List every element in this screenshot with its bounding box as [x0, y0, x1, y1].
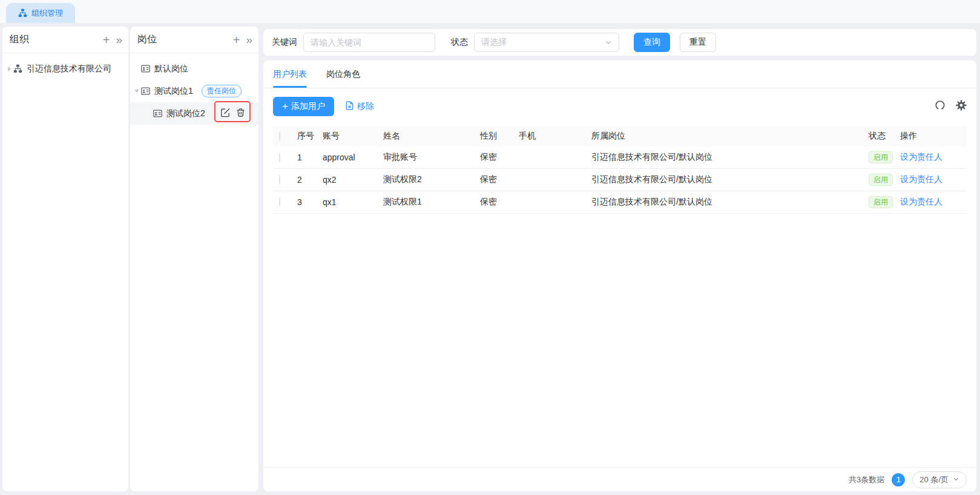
position-tree-item-test1[interactable]: 测试岗位1 责任岗位 — [130, 80, 258, 102]
cell-index: 2 — [297, 175, 323, 185]
set-responsible-link[interactable]: 设为责任人 — [900, 174, 942, 184]
page-tab-label: 组织管理 — [31, 8, 63, 19]
organization-panel: 组织 + » 引迈信息技术有限公司 — [2, 27, 128, 491]
pagination-bar: 共3条数据 1 20 条/页 — [263, 467, 976, 491]
page-size-select[interactable]: 20 条/页 — [912, 471, 967, 488]
organization-management-screen: 组织管理 组织 + » 引迈信息技术 — [0, 0, 980, 495]
column-header: 性别 — [480, 131, 519, 142]
page-number-button[interactable]: 1 — [892, 473, 905, 487]
cell-gender: 保密 — [480, 174, 519, 185]
document-remove-icon — [345, 101, 354, 112]
status-select-placeholder: 请选择 — [481, 37, 605, 48]
keyword-label: 关键词 — [272, 37, 297, 48]
chevron-down-icon — [605, 39, 612, 46]
position-label: 测试岗位2 — [166, 108, 205, 119]
add-organization-icon[interactable]: + — [103, 34, 110, 46]
row-checkbox[interactable] — [279, 197, 280, 207]
chevron-down-icon — [953, 475, 959, 484]
column-header: 姓名 — [383, 131, 480, 142]
position-tree: 默认岗位 测试岗位1 责任岗位 — [130, 53, 258, 125]
caret-right-icon[interactable] — [5, 67, 13, 71]
org-chart-icon — [18, 8, 27, 18]
query-button[interactable]: 查询 — [634, 33, 670, 52]
position-panel: 岗位 + » 默认岗位 — [130, 27, 258, 491]
cell-index: 1 — [297, 152, 323, 162]
cell-index: 3 — [297, 197, 323, 207]
set-responsible-link[interactable]: 设为责任人 — [900, 197, 942, 206]
collapse-panel-icon[interactable]: » — [246, 34, 251, 45]
column-header: 序号 — [297, 131, 323, 142]
main-content-card: 用户列表 岗位角色 + 添加用户 移除 — [263, 61, 976, 491]
collapse-panel-icon[interactable]: » — [116, 34, 121, 45]
column-header: 手机 — [519, 131, 591, 142]
organization-tree: 引迈信息技术有限公司 — [2, 53, 128, 80]
row-checkbox[interactable] — [279, 175, 280, 185]
status-label: 状态 — [451, 37, 468, 48]
id-card-icon — [141, 87, 150, 96]
status-badge: 启用 — [869, 174, 893, 186]
position-panel-title: 岗位 — [137, 33, 233, 46]
plus-icon: + — [282, 100, 288, 113]
reset-button[interactable]: 重置 — [680, 33, 716, 52]
add-position-icon[interactable]: + — [233, 34, 240, 46]
organization-panel-header: 组织 + » — [2, 27, 128, 53]
cell-name: 测试权限1 — [383, 197, 480, 208]
org-tree-item-company[interactable]: 引迈信息技术有限公司 — [2, 57, 128, 80]
cell-name: 测试权限2 — [383, 174, 480, 185]
tab-position-role[interactable]: 岗位角色 — [326, 61, 360, 88]
responsible-position-badge: 责任岗位 — [202, 85, 242, 97]
table-row: 1 approval 审批账号 保密 引迈信息技术有限公司/默认岗位 启用 设为… — [273, 146, 967, 169]
status-select[interactable]: 请选择 — [474, 33, 619, 52]
cell-gender: 保密 — [480, 152, 519, 163]
tab-user-list[interactable]: 用户列表 — [273, 61, 307, 88]
user-table: 序号 账号 姓名 性别 手机 所属岗位 状态 操作 1 approval 审批账… — [273, 126, 967, 214]
cell-account: qx1 — [323, 197, 383, 207]
table-header-row: 序号 账号 姓名 性别 手机 所属岗位 状态 操作 — [273, 126, 967, 146]
total-count-text: 共3条数据 — [849, 474, 884, 485]
cell-position: 引迈信息技术有限公司/默认岗位 — [591, 174, 869, 185]
cell-gender: 保密 — [480, 197, 519, 208]
edit-icon[interactable] — [220, 108, 230, 119]
add-user-button[interactable]: + 添加用户 — [273, 97, 334, 116]
settings-gear-icon[interactable] — [956, 100, 967, 113]
table-toolbar: + 添加用户 移除 — [273, 97, 967, 116]
org-chart-icon — [13, 64, 22, 73]
page-tabstrip: 组织管理 — [0, 0, 980, 23]
id-card-icon — [153, 109, 162, 118]
delete-icon[interactable] — [236, 108, 245, 119]
caret-down-icon[interactable] — [133, 90, 141, 93]
keyword-input[interactable] — [303, 33, 435, 52]
column-header: 状态 — [869, 131, 900, 142]
content-tabs: 用户列表 岗位角色 — [263, 61, 976, 88]
column-header: 所属岗位 — [591, 131, 869, 142]
status-badge: 启用 — [869, 151, 893, 163]
organization-panel-title: 组织 — [10, 33, 103, 46]
refresh-icon[interactable] — [935, 100, 945, 113]
cell-position: 引迈信息技术有限公司/默认岗位 — [591, 197, 869, 208]
position-panel-header: 岗位 + » — [130, 27, 258, 53]
tab-organization-management[interactable]: 组织管理 — [6, 3, 75, 23]
position-label: 默认岗位 — [154, 64, 188, 74]
id-card-icon — [141, 64, 150, 73]
select-all-checkbox[interactable] — [279, 131, 280, 141]
cell-position: 引迈信息技术有限公司/默认岗位 — [591, 152, 869, 163]
cell-account: qx2 — [323, 175, 383, 185]
position-label: 测试岗位1 — [154, 86, 193, 97]
cell-name: 审批账号 — [383, 152, 480, 163]
row-checkbox[interactable] — [279, 152, 280, 162]
status-badge: 启用 — [869, 196, 893, 208]
company-label: 引迈信息技术有限公司 — [27, 64, 111, 74]
remove-button[interactable]: 移除 — [345, 101, 374, 112]
position-tree-item-default[interactable]: 默认岗位 — [130, 57, 258, 80]
set-responsible-link[interactable]: 设为责任人 — [900, 152, 942, 162]
position-tree-item-test2[interactable]: 测试岗位2 — [130, 102, 258, 125]
column-header: 账号 — [323, 131, 383, 142]
cell-account: approval — [323, 152, 383, 162]
table-row: 2 qx2 测试权限2 保密 引迈信息技术有限公司/默认岗位 启用 设为责任人 — [273, 169, 967, 191]
column-header: 操作 — [900, 131, 967, 142]
table-row: 3 qx1 测试权限1 保密 引迈信息技术有限公司/默认岗位 启用 设为责任人 — [273, 191, 967, 214]
filter-bar: 关键词 状态 请选择 查询 重置 — [263, 29, 976, 56]
